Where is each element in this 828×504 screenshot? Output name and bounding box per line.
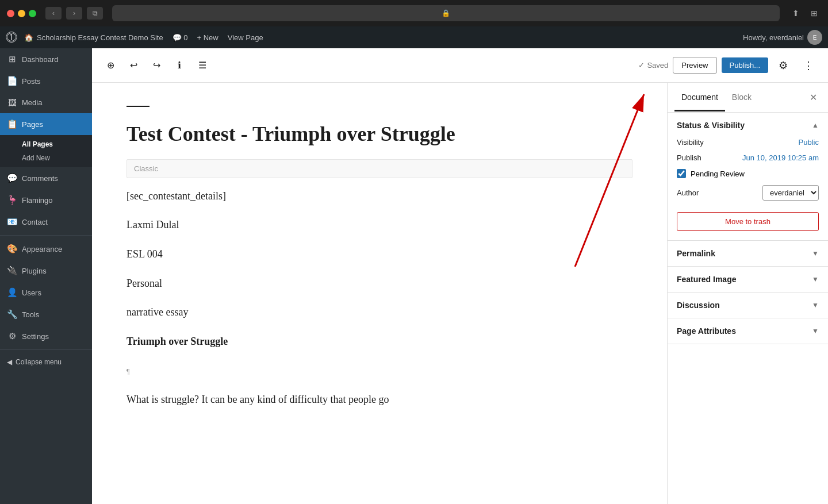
sidebar-item-tools[interactable]: 🔧 Tools [0, 303, 92, 325]
panel-tabs: Document Block ✕ [668, 83, 828, 113]
section-permalink: Permalink ▼ [668, 241, 828, 267]
wp-logo[interactable]: ⓵ [6, 31, 17, 44]
add-block-button[interactable]: ⊕ [101, 56, 120, 75]
settings-icon: ⚙ [7, 331, 17, 341]
post-title[interactable]: Test Contest - Triumph over Struggle [126, 121, 632, 148]
collapse-label: Collapse menu [16, 358, 62, 366]
sidebar-item-pages[interactable]: 📋 Pages [0, 113, 92, 135]
preview-button[interactable]: Preview [673, 57, 716, 74]
forward-button[interactable]: › [66, 7, 82, 20]
howdy-label: Howdy, everdaniel [743, 33, 804, 42]
publish-label: Publish [677, 153, 702, 162]
sidebar-item-plugins[interactable]: 🔌 Plugins [0, 260, 92, 282]
mac-window-controls [7, 10, 36, 17]
section-discussion-header[interactable]: Discussion ▼ [668, 293, 828, 318]
visibility-value[interactable]: Public [799, 138, 819, 147]
chevron-down-icon-4: ▼ [812, 327, 819, 335]
editor-area: ⊕ ↩ ↪ ℹ ☰ ✓ Saved Preview Publish... ⚙ ⋮ [92, 48, 828, 504]
url-bar[interactable]: 🔒 [112, 5, 780, 21]
comments-label: 💬 0 [172, 33, 188, 42]
move-to-trash-button[interactable]: Move to trash [677, 212, 819, 231]
undo-button[interactable]: ↩ [124, 56, 143, 75]
settings-panel-button[interactable]: ⚙ [773, 55, 793, 76]
collapse-icon: ◀ [7, 358, 12, 366]
sidebar-item-comments[interactable]: 💬 Comments [0, 167, 92, 189]
classic-block[interactable]: Classic [126, 159, 632, 178]
collapse-menu-button[interactable]: ◀ Collapse menu [0, 352, 92, 372]
tools-icon: 🔧 [7, 309, 17, 320]
sidebar-item-posts[interactable]: 📄 Posts [0, 70, 92, 92]
site-name-link[interactable]: 🏠 Scholarship Essay Contest Demo Site [24, 33, 163, 42]
publish-button[interactable]: Publish... [722, 57, 768, 73]
contact-icon: 📧 [7, 217, 17, 227]
paragraph-icon: ¶ [126, 367, 129, 375]
section-status-visibility-body: Visibility Public Publish Jun 10, 2019 1… [668, 138, 828, 240]
content-type: Personal [126, 275, 632, 293]
section-permalink-header[interactable]: Permalink ▼ [668, 241, 828, 266]
comments-icon: 💬 [7, 173, 17, 183]
section-featured-image-header[interactable]: Featured Image ▼ [668, 267, 828, 292]
pending-review-label: Pending Review [691, 170, 745, 178]
pending-review-checkbox[interactable] [677, 169, 686, 178]
section-page-attributes: Page Attributes ▼ [668, 318, 828, 344]
pages-submenu: All Pages Add New [0, 135, 92, 167]
back-button[interactable]: ‹ [45, 7, 62, 20]
sidebar-item-media[interactable]: 🖼 Media [0, 92, 92, 113]
new-button[interactable]: + New [197, 33, 218, 42]
sidebar-toggle-button[interactable]: ⊞ [807, 6, 821, 20]
content-icon-row: ¶ [126, 361, 632, 379]
sidebar-subitem-all-pages[interactable]: All Pages [0, 137, 92, 151]
section-page-attributes-title: Page Attributes [677, 326, 736, 336]
chevron-up-icon: ▲ [812, 121, 819, 129]
sidebar-item-label: Media [22, 98, 42, 107]
close-dot[interactable] [7, 10, 14, 17]
chevron-down-icon: ▼ [812, 249, 819, 257]
comments-button[interactable]: 💬 0 [172, 33, 188, 42]
tab-block[interactable]: Block [725, 84, 758, 111]
author-select[interactable]: everdaniel [762, 185, 819, 201]
publish-row: Publish Jun 10, 2019 10:25 am [677, 153, 819, 162]
publish-date-value[interactable]: Jun 10, 2019 10:25 am [742, 153, 819, 162]
sidebar-subitem-add-new[interactable]: Add New [0, 151, 92, 165]
tab-document[interactable]: Document [674, 84, 725, 111]
section-featured-image-title: Featured Image [677, 275, 736, 284]
right-panel: Document Block ✕ Status & Visibility ▲ [667, 83, 828, 504]
sidebar: ⊞ Dashboard 📄 Posts 🖼 Media 📋 Pages All … [0, 48, 92, 504]
tab-document-label: Document [681, 93, 718, 102]
sidebar-item-contact[interactable]: 📧 Contact [0, 211, 92, 233]
section-status-visibility-header[interactable]: Status & Visibility ▲ [668, 113, 828, 138]
more-options-button[interactable]: ⋮ [798, 55, 819, 76]
sidebar-item-settings[interactable]: ⚙ Settings [0, 325, 92, 347]
list-view-button[interactable]: ☰ [193, 56, 212, 75]
section-page-attributes-header[interactable]: Page Attributes ▼ [668, 318, 828, 344]
editor-main[interactable]: Test Contest - Triumph over Struggle Cla… [92, 83, 667, 504]
user-avatar[interactable]: E [807, 30, 822, 45]
chevron-down-icon-3: ▼ [812, 301, 819, 309]
new-label: + New [197, 33, 218, 42]
sidebar-item-appearance[interactable]: 🎨 Appearance [0, 238, 92, 260]
visibility-label: Visibility [677, 138, 704, 147]
post-content[interactable]: [sec_contestant_details] Laxmi Dulal ESL… [126, 187, 632, 409]
share-button[interactable]: ⬆ [789, 6, 803, 20]
content-shortcode: [sec_contestant_details] [126, 187, 632, 205]
tab-button[interactable]: ⧉ [87, 7, 103, 20]
maximize-dot[interactable] [29, 10, 36, 17]
section-discussion: Discussion ▼ [668, 293, 828, 318]
appearance-icon: 🎨 [7, 244, 17, 254]
dashboard-icon: ⊞ [7, 54, 17, 64]
minimize-dot[interactable] [18, 10, 25, 17]
sidebar-item-label: Users [22, 288, 41, 297]
site-name-label: Scholarship Essay Contest Demo Site [37, 33, 163, 42]
panel-close-button[interactable]: ✕ [805, 90, 821, 106]
redo-button[interactable]: ↪ [147, 56, 166, 75]
sidebar-divider [0, 235, 92, 236]
sidebar-item-dashboard[interactable]: ⊞ Dashboard [0, 48, 92, 70]
post-divider [126, 106, 150, 107]
view-page-link[interactable]: View Page [228, 33, 263, 42]
sidebar-item-label: Tools [22, 310, 39, 319]
section-discussion-title: Discussion [677, 301, 720, 310]
author-row: Author everdaniel [677, 185, 819, 201]
sidebar-item-flamingo[interactable]: 🦩 Flamingo [0, 189, 92, 211]
info-button[interactable]: ℹ [170, 56, 189, 75]
sidebar-item-users[interactable]: 👤 Users [0, 282, 92, 303]
